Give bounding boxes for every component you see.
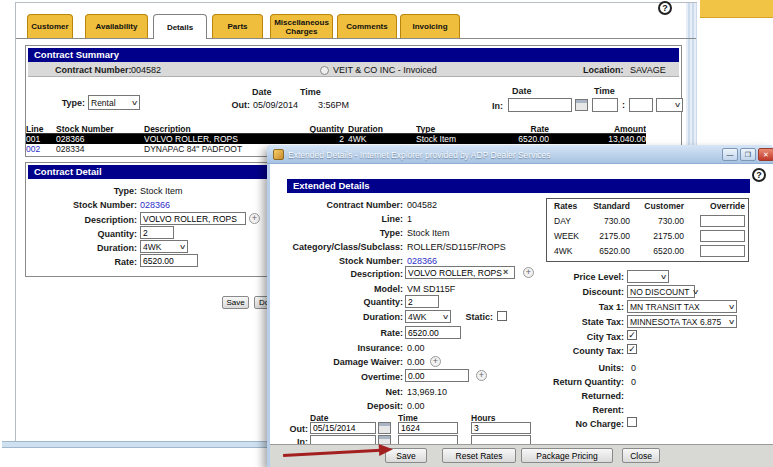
p-overtime-input[interactable] — [405, 369, 469, 382]
standard-header: Standard — [570, 201, 630, 211]
maximize-button[interactable]: ❐ — [740, 148, 756, 161]
detail-type-value: Stock Item — [140, 186, 183, 196]
in-ampm-select[interactable]: ∨ — [656, 98, 683, 112]
tab-customer[interactable]: Customer — [27, 14, 73, 38]
chevron-down-icon: ∨ — [660, 273, 668, 281]
row1-duration[interactable]: 4WK — [344, 134, 416, 144]
tab-availability[interactable]: Availability — [85, 14, 148, 38]
add-glyph: + — [479, 370, 484, 380]
row1-amount[interactable]: 13,040.00 — [549, 134, 646, 144]
override-4wk-input[interactable] — [700, 245, 745, 257]
in-date-input[interactable] — [508, 98, 572, 112]
chevron-down-icon: ∨ — [691, 288, 699, 296]
no-charge-label: No Charge: — [500, 419, 624, 429]
rerent-label: Rerent: — [500, 405, 624, 415]
tax1-select[interactable]: MN TRANSIT TAX∨ — [627, 300, 737, 313]
in-time-header: Time — [594, 86, 615, 96]
out-label: Out: — [220, 100, 250, 110]
p-static-label: Static: — [449, 312, 493, 322]
p-out-time-input[interactable] — [398, 422, 458, 434]
close-popup-button[interactable]: Close — [622, 448, 660, 463]
row1-line[interactable]: 001 — [26, 134, 56, 144]
in-time-minute-input[interactable] — [629, 98, 653, 112]
tab-comments[interactable]: Comments — [337, 14, 397, 38]
chevron-down-icon: ∨ — [131, 99, 139, 107]
customer-status-icon — [320, 66, 329, 75]
detail-duration-select[interactable]: 4WK∨ — [140, 240, 188, 253]
row1-quantity[interactable]: 2 — [276, 134, 344, 144]
p-out-label: Out: — [280, 424, 308, 434]
p-duration-select[interactable]: 4WK∨ — [405, 310, 451, 323]
price-level-select[interactable]: ∨ — [627, 270, 669, 283]
p-contract-number-label: Contract Number: — [280, 200, 403, 210]
row2-stock[interactable]: 028334 — [56, 144, 144, 154]
customer-header: Customer — [624, 201, 684, 211]
city-tax-checkbox[interactable]: ✓ — [627, 330, 637, 340]
add-icon[interactable]: + — [430, 356, 441, 367]
location-value: SAVAGE — [630, 65, 666, 75]
arrow-head — [379, 443, 394, 456]
state-tax-value: MINNESOTA TAX 6.875 — [630, 317, 721, 327]
p-type-label: Type: — [280, 228, 403, 238]
county-tax-checkbox[interactable]: ✓ — [627, 344, 637, 354]
chevron-down-icon: ∨ — [674, 101, 682, 109]
tab-miscellaneous-charges[interactable]: Miscellaneous Charges — [270, 14, 333, 38]
rate-standard: 2175.00 — [570, 231, 630, 241]
state-tax-select[interactable]: MINNESOTA TAX 6.875∨ — [627, 315, 737, 328]
popup-help-icon[interactable]: ? — [752, 168, 766, 182]
detail-save-button[interactable]: Save — [222, 296, 249, 309]
override-week-input[interactable] — [700, 230, 745, 242]
contract-type-select[interactable]: Rental∨ — [88, 95, 140, 110]
reset-rates-button[interactable]: Reset Rates — [442, 448, 516, 463]
row1-description[interactable]: VOLVO ROLLER, ROPS — [144, 134, 276, 144]
detail-type-label: Type: — [30, 186, 137, 196]
add-icon[interactable]: + — [476, 370, 487, 381]
p-duration-value: 4WK — [408, 312, 426, 322]
no-charge-checkbox[interactable] — [627, 417, 637, 427]
tab-label: Invoicing — [412, 22, 447, 31]
detail-stock-link[interactable]: 028366 — [140, 200, 170, 210]
p-quantity-label: Quantity: — [280, 297, 403, 307]
background-window-edge — [700, 0, 773, 18]
col-line: Line — [26, 124, 56, 134]
tab-label: Comments — [346, 22, 387, 31]
col-description: Description — [144, 124, 276, 134]
tab-details[interactable]: Details — [153, 14, 207, 39]
detail-rate-input[interactable] — [140, 254, 198, 267]
city-tax-label: City Tax: — [500, 332, 624, 342]
discount-select[interactable]: NO DISCOUNT∨ — [627, 285, 695, 298]
add-icon[interactable]: + — [249, 213, 260, 224]
detail-quantity-input[interactable] — [140, 226, 174, 239]
tab-parts[interactable]: Parts — [212, 14, 263, 38]
p-category: ROLLER/SD115F/ROPS — [407, 242, 506, 252]
close-button[interactable]: ✕ — [758, 148, 773, 161]
p-rate-input[interactable] — [405, 326, 461, 339]
p-out-date-input[interactable] — [310, 422, 376, 434]
row2-line[interactable]: 002 — [26, 144, 56, 154]
calendar-icon[interactable] — [575, 99, 588, 111]
col-rate: Rate — [490, 124, 549, 134]
package-pricing-button[interactable]: Package Pricing — [521, 448, 613, 463]
p-quantity-input[interactable] — [405, 295, 439, 308]
tax1-label: Tax 1: — [500, 302, 624, 312]
help-icon[interactable]: ? — [658, 1, 672, 15]
price-level-label: Price Level: — [500, 272, 624, 282]
return-quantity-label: Return Quantity: — [500, 377, 624, 387]
minimize-button[interactable]: — — [722, 148, 738, 161]
col-quantity: Quantity — [276, 124, 344, 134]
override-day-input[interactable] — [700, 215, 745, 227]
p-stock-link[interactable]: 028366 — [407, 256, 437, 266]
p-description-input[interactable] — [405, 266, 515, 279]
p-type: Stock Item — [407, 228, 450, 238]
tab-label: Parts — [227, 22, 247, 31]
calendar-icon[interactable] — [378, 422, 391, 434]
row1-type[interactable]: Stock Item — [416, 134, 490, 144]
detail-description-input[interactable] — [140, 212, 246, 225]
override-header: Override — [680, 201, 745, 211]
tab-invoicing[interactable]: Invoicing — [400, 14, 460, 38]
row1-stock[interactable]: 028366 — [56, 134, 144, 144]
row1-rate[interactable]: 6520.00 — [490, 134, 549, 144]
in-time-hour-input[interactable] — [592, 98, 618, 112]
add-glyph: + — [252, 213, 257, 223]
row2-description[interactable]: DYNAPAC 84" PADFOOT — [144, 144, 276, 154]
